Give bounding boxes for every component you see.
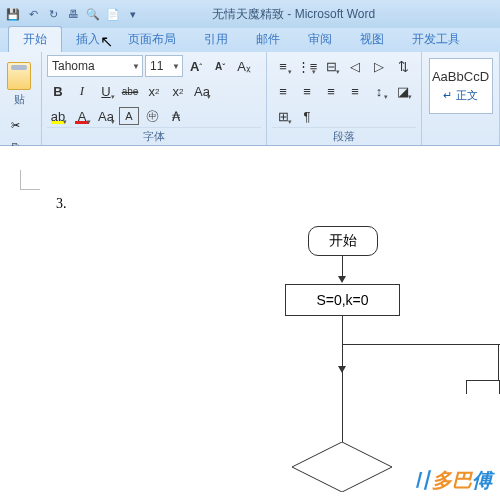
char-border-button[interactable]: A — [119, 107, 139, 125]
indent-inc-button[interactable]: ▷ — [368, 55, 390, 77]
grow-font-button[interactable]: Aˆ — [185, 55, 207, 77]
tab-home[interactable]: 开始 — [8, 26, 62, 52]
font-size-combo[interactable]: 11▼ — [145, 55, 183, 77]
undo-icon[interactable]: ↶ — [24, 5, 42, 23]
style-sample: AaBbCcD — [432, 69, 489, 84]
preview-icon[interactable]: 🔍 — [84, 5, 102, 23]
document-area[interactable]: 3. 开始 S=0,k=0 〢多巴傅 — [0, 146, 500, 500]
watermark-b: 多巴 — [432, 469, 472, 491]
highlight-button[interactable]: ab — [47, 105, 69, 127]
titlebar: 💾 ↶ ↻ 🖶 🔍 📄 ▾ 无情天魔精致 - Microsoft Word — [0, 0, 500, 28]
page-number: 3. — [56, 196, 67, 212]
show-marks-button[interactable]: ¶ — [296, 105, 318, 127]
align-right-button[interactable]: ≡ — [320, 80, 342, 102]
tab-insert[interactable]: 插入 — [62, 27, 114, 52]
align-center-button[interactable]: ≡ — [296, 80, 318, 102]
arrow-down-icon — [338, 276, 346, 283]
group-clipboard: 贴 ✂ ⎘ 🖌 贴板 — [0, 52, 42, 145]
flow-init[interactable]: S=0,k=0 — [285, 284, 400, 316]
quick-access-toolbar: 💾 ↶ ↻ 🖶 🔍 📄 ▾ — [4, 5, 142, 23]
align-left-button[interactable]: ≡ — [272, 80, 294, 102]
underline-button[interactable]: U — [95, 80, 117, 102]
tab-references[interactable]: 引用 — [190, 27, 242, 52]
flow-start[interactable]: 开始 — [308, 226, 378, 256]
group-label-font: 字体 — [47, 127, 261, 146]
strike-button[interactable]: abe — [119, 80, 141, 102]
flow-conn — [342, 344, 500, 345]
multilevel-button[interactable]: ⊟ — [320, 55, 342, 77]
flow-conn — [498, 344, 499, 380]
tab-review[interactable]: 审阅 — [294, 27, 346, 52]
watermark-a: 〢 — [412, 469, 432, 491]
flow-conn — [342, 372, 343, 442]
ribbon-tabs: 开始 插入 页面布局 引用 邮件 审阅 视图 开发工具 ↖ — [0, 28, 500, 52]
italic-button[interactable]: I — [71, 80, 93, 102]
change-case-button[interactable]: Aa — [191, 80, 213, 102]
group-paragraph: ≡ ⋮≡ ⊟ ◁ ▷ ⇅ ≡ ≡ ≡ ≡ ↕ ◪ ⊞ ¶ 段落 — [267, 52, 422, 145]
qat-dropdown-icon[interactable]: ▾ — [124, 5, 142, 23]
style-label: ↵ 正文 — [443, 88, 477, 103]
group-font: Tahoma▼ 11▼ Aˆ Aˇ Aᵪ B I U abe x2 x2 Aa … — [42, 52, 267, 145]
subscript-button[interactable]: x2 — [143, 80, 165, 102]
shrink-font-button[interactable]: Aˇ — [209, 55, 231, 77]
tab-layout[interactable]: 页面布局 — [114, 27, 190, 52]
paste-button[interactable]: 贴 — [5, 55, 33, 113]
paste-icon — [7, 62, 31, 90]
new-doc-icon[interactable]: 📄 — [104, 5, 122, 23]
svg-marker-0 — [292, 442, 392, 492]
tab-devtools[interactable]: 开发工具 — [398, 27, 474, 52]
circled-char-button[interactable]: ㊥ — [141, 105, 163, 127]
numbering-button[interactable]: ⋮≡ — [296, 55, 318, 77]
indent-dec-button[interactable]: ◁ — [344, 55, 366, 77]
window-title: 无情天魔精致 - Microsoft Word — [212, 6, 375, 23]
font-color-button[interactable]: A — [71, 105, 93, 127]
page-margin-corner — [20, 170, 40, 190]
group-styles: AaBbCcD ↵ 正文 — [422, 52, 500, 145]
kerning-button[interactable]: ₳ — [165, 105, 187, 127]
watermark: 〢多巴傅 — [412, 467, 492, 494]
flow-conn — [342, 256, 343, 278]
bold-button[interactable]: B — [47, 80, 69, 102]
flow-decision[interactable] — [292, 442, 392, 492]
font-name-combo[interactable]: Tahoma▼ — [47, 55, 143, 77]
borders-button[interactable]: ⊞ — [272, 105, 294, 127]
redo-icon[interactable]: ↻ — [44, 5, 62, 23]
flow-box[interactable] — [466, 380, 500, 394]
save-icon[interactable]: 💾 — [4, 5, 22, 23]
text-effect-button[interactable]: Aa — [95, 105, 117, 127]
ribbon: 贴 ✂ ⎘ 🖌 贴板 Tahoma▼ 11▼ Aˆ Aˇ Aᵪ B I U ab — [0, 52, 500, 146]
superscript-button[interactable]: x2 — [167, 80, 189, 102]
tab-view[interactable]: 视图 — [346, 27, 398, 52]
print-icon[interactable]: 🖶 — [64, 5, 82, 23]
sort-button[interactable]: ⇅ — [392, 55, 414, 77]
group-label-paragraph: 段落 — [272, 127, 416, 146]
shading-button[interactable]: ◪ — [392, 80, 414, 102]
clear-format-button[interactable]: Aᵪ — [233, 55, 255, 77]
style-preview-normal[interactable]: AaBbCcD ↵ 正文 — [429, 58, 493, 114]
paste-label: 贴 — [14, 92, 25, 107]
cut-button[interactable]: ✂ — [5, 115, 25, 135]
tab-mail[interactable]: 邮件 — [242, 27, 294, 52]
justify-button[interactable]: ≡ — [344, 80, 366, 102]
line-spacing-button[interactable]: ↕ — [368, 80, 390, 102]
bullets-button[interactable]: ≡ — [272, 55, 294, 77]
